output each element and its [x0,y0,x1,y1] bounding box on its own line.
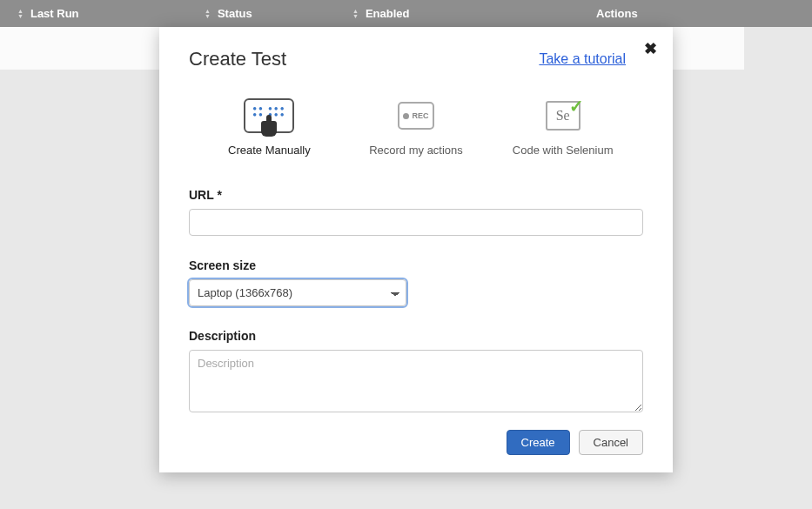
selenium-icon: Se ✓ [489,95,636,137]
tutorial-link[interactable]: Take a tutorial [539,51,626,67]
create-button[interactable]: Create [507,430,570,455]
col-status[interactable]: Status [218,7,252,20]
screen-size-select[interactable]: Laptop (1366x768) [189,279,406,306]
cancel-button[interactable]: Cancel [579,430,643,455]
screen-size-label: Screen size [189,258,643,272]
modal-title: Create Test [189,48,286,70]
option-label: Code with Selenium [489,144,636,157]
create-test-modal: ✖ Create Test Take a tutorial ●● ●●●●● ●… [159,27,673,472]
option-record-actions[interactable]: REC Record my actions [343,95,490,157]
col-actions: Actions [596,7,638,20]
option-label: Create Manually [196,144,343,157]
col-enabled[interactable]: Enabled [366,7,410,20]
col-last-run[interactable]: Last Run [30,7,79,20]
description-input[interactable] [189,350,643,412]
sort-icon[interactable]: ▲▼ [205,9,211,19]
manual-icon: ●● ●●●●● ●●● [196,95,343,137]
url-input[interactable] [189,209,643,236]
url-label: URL * [189,188,643,202]
description-label: Description [189,329,643,343]
sort-icon[interactable]: ▲▼ [17,9,23,19]
sort-icon[interactable]: ▲▼ [352,9,359,19]
create-method-options: ●● ●●●●● ●●● Create Manually REC Record … [189,95,643,157]
close-icon[interactable]: ✖ [644,39,657,58]
option-code-selenium[interactable]: Se ✓ Code with Selenium [489,95,636,157]
option-create-manually[interactable]: ●● ●●●●● ●●● Create Manually [196,95,343,157]
table-header: ▲▼ Last Run ▲▼ Status ▲▼ Enabled Actions [0,0,812,27]
option-label: Record my actions [343,144,490,157]
record-icon: REC [343,95,490,137]
